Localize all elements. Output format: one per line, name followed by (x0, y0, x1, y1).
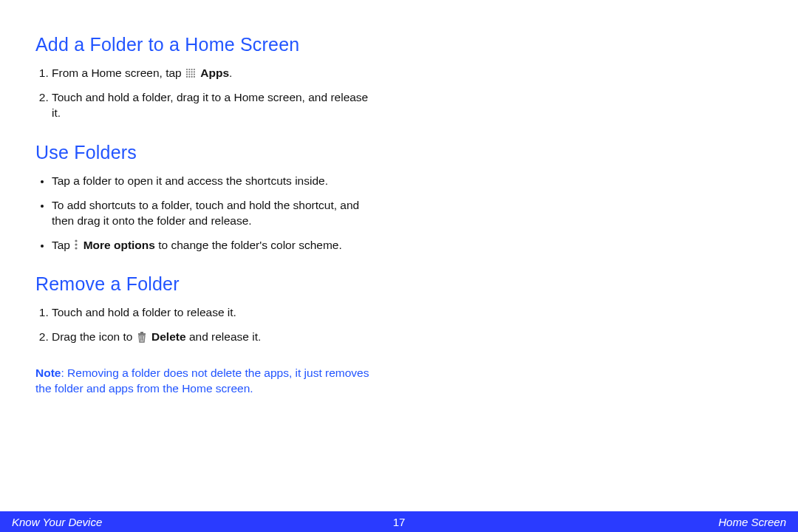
bullet-list: Tap a folder to open it and access the s… (35, 174, 378, 253)
svg-point-14 (191, 76, 193, 78)
ordered-list: From a Home screen, tap Apps.Touch and h… (35, 66, 378, 121)
svg-point-7 (194, 71, 195, 72)
note-text: : Removing a folder does not delete the … (35, 366, 369, 395)
footer-left: Know Your Device (12, 516, 393, 528)
footer-page-number: 17 (393, 516, 406, 528)
list-item-text: To add shortcuts to a folder, touch and … (52, 199, 359, 227)
list-item: Touch and hold a folder, drag it to a Ho… (52, 90, 378, 121)
list-item-bold: Delete (151, 330, 186, 343)
list-item: From a Home screen, tap Apps. (52, 66, 378, 81)
section-heading: Remove a Folder (35, 273, 378, 295)
list-item-text: Touch and hold a folder, drag it to a Ho… (52, 91, 368, 119)
trash-icon (137, 331, 147, 343)
svg-point-4 (186, 71, 188, 72)
note-paragraph: Note: Removing a folder does not delete … (35, 366, 378, 397)
svg-point-17 (75, 243, 78, 245)
list-item-text-after: . (229, 66, 232, 79)
svg-point-12 (186, 76, 188, 78)
svg-point-3 (194, 69, 195, 70)
svg-point-1 (188, 69, 190, 70)
list-item-text-after: to change the folder's color scheme. (155, 239, 342, 251)
list-item: Touch and hold a folder to release it. (52, 305, 378, 321)
section-heading: Use Folders (35, 142, 378, 163)
list-item: Tap a folder to open it and access the s… (52, 174, 378, 189)
svg-point-8 (186, 74, 188, 75)
more-icon (74, 239, 78, 250)
svg-point-15 (194, 76, 195, 78)
section: Add a Folder to a Home ScreenFrom a Home… (35, 34, 378, 121)
section-heading: Add a Folder to a Home Screen (35, 34, 378, 55)
svg-point-9 (188, 74, 190, 75)
footer-right: Home Screen (405, 516, 786, 528)
list-item-text: Tap a folder to open it and access the s… (52, 174, 328, 187)
list-item-bold: More options (83, 239, 155, 251)
note-label: Note (35, 366, 61, 379)
apps-icon (185, 68, 196, 78)
page-footer: Know Your Device 17 Home Screen (0, 511, 798, 532)
svg-rect-19 (138, 333, 146, 335)
list-item-text: Drag the icon to (52, 330, 136, 343)
list-item-text: From a Home screen, tap (52, 66, 185, 79)
svg-point-11 (194, 74, 195, 75)
svg-point-10 (191, 74, 193, 75)
list-item-text-after: and release it. (186, 330, 262, 343)
svg-point-18 (75, 247, 78, 249)
svg-point-0 (186, 69, 188, 70)
list-item: Tap More options to change the folder's … (52, 238, 378, 253)
svg-point-13 (188, 76, 190, 78)
svg-point-16 (75, 239, 78, 242)
svg-rect-20 (140, 332, 143, 333)
list-item: To add shortcuts to a folder, touch and … (52, 198, 378, 229)
list-item-text: Touch and hold a folder to release it. (52, 306, 236, 318)
list-item-text: Tap (52, 239, 73, 251)
svg-point-5 (188, 71, 190, 72)
ordered-list: Touch and hold a folder to release it.Dr… (35, 305, 378, 345)
list-item-bold: Apps (200, 66, 229, 79)
section: Use FoldersTap a folder to open it and a… (35, 142, 378, 253)
svg-point-6 (191, 71, 193, 72)
svg-point-2 (191, 69, 193, 70)
section: Remove a FolderTouch and hold a folder t… (35, 273, 378, 345)
list-item: Drag the icon to Delete and release it. (52, 330, 378, 345)
